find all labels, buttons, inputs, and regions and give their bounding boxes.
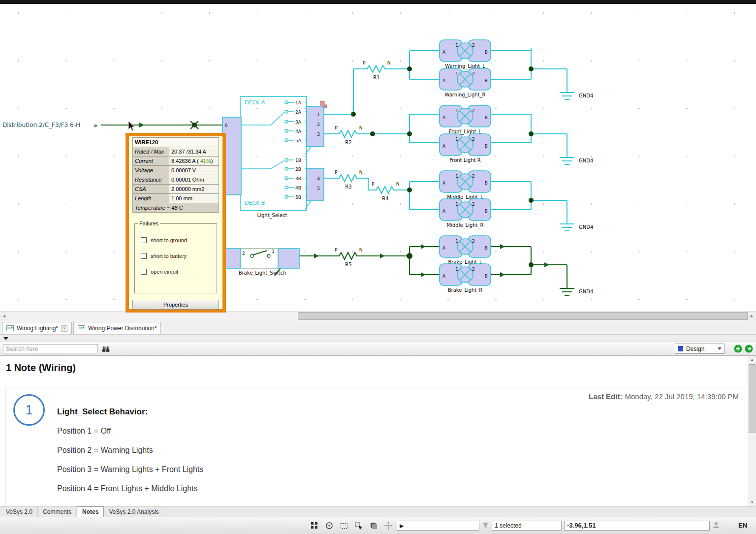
scrollbar-thumb[interactable]	[298, 312, 748, 320]
properties-button[interactable]: Properties	[132, 300, 219, 310]
tab-vesys-20[interactable]: VeSys 2.0	[1, 506, 38, 517]
tab-close-icon[interactable]: ×	[61, 325, 67, 332]
svg-text:1: 1	[272, 249, 275, 254]
checkbox-short-to-battery[interactable]: short to battery	[141, 253, 214, 259]
note-title: Light_Select Behavior:	[57, 407, 148, 417]
add-note-button[interactable]	[734, 345, 742, 353]
lamp-front-light-l[interactable]: A 1 2 B Front_Light_L	[440, 105, 491, 135]
svg-text:B: B	[485, 78, 488, 83]
svg-text:B: B	[485, 50, 488, 55]
lamp-brake-light-l[interactable]: A 1 2 B Brake_Light_L	[440, 236, 491, 265]
chevron-down-icon[interactable]	[715, 347, 722, 350]
resistor-r4[interactable]: P N R4	[372, 182, 399, 201]
tab-vesys-20-analysis[interactable]: VeSys 2.0 Analysis	[104, 506, 164, 517]
lamp-front-light-r[interactable]: A 1 2 B Front Light R	[440, 134, 491, 163]
svg-text:2A: 2A	[295, 110, 302, 115]
svg-text:B: B	[485, 246, 488, 251]
tab-comments[interactable]: Comments	[38, 506, 77, 517]
resistor-r5[interactable]: P N R5	[335, 248, 362, 267]
schematic-canvas[interactable]: Distribution:2/C_F3/F3 6-H » DECK A DECK…	[0, 0, 756, 311]
scroll-right-icon[interactable]: ►	[748, 312, 756, 320]
wire-tooltip: WIRE120 Rated / Max 20.37 /31.34 A Curre…	[126, 133, 226, 313]
go-to-note-button[interactable]	[745, 345, 753, 353]
svg-text:B: B	[485, 115, 488, 120]
marquee-select-icon[interactable]	[340, 521, 348, 530]
svg-text:A: A	[442, 50, 446, 55]
pan-crosshair-icon[interactable]	[384, 521, 393, 530]
offpage-connector-icon: »	[94, 122, 97, 129]
selection-count-field: 1 selected	[492, 521, 562, 531]
checkbox-icon[interactable]	[141, 253, 147, 259]
checkbox-short-to-ground[interactable]: short to ground	[141, 237, 214, 243]
tab-wiring-lighting[interactable]: Wiring:Lighting* ×	[2, 322, 72, 334]
note-number-badge: 1	[13, 394, 45, 426]
grid-align-icon[interactable]	[310, 521, 319, 530]
svg-text:5A: 5A	[295, 138, 302, 143]
svg-text:R3: R3	[345, 184, 351, 189]
lamp-warning-light-l[interactable]: A 1 2 B Warning_Light_L	[440, 40, 491, 69]
view-mode-dropdown[interactable]: Design	[675, 344, 724, 354]
lamp-middle-light-l[interactable]: A 1 2 B Middle_Light_L	[440, 171, 491, 200]
document-tab-bar: Wiring:Lighting* × Wiring:Power Distribu…	[0, 320, 756, 335]
svg-text:A: A	[442, 78, 446, 83]
svg-text:1: 1	[317, 112, 320, 117]
scroll-up-icon[interactable]: ▲	[748, 356, 756, 363]
wire-properties-table: WIRE120 Rated / Max 20.37 /31.34 A Curre…	[132, 137, 219, 213]
notes-vertical-scrollbar[interactable]: ▲ ▼	[748, 356, 756, 506]
resistor-r2[interactable]: P N R2	[335, 126, 362, 145]
checkbox-open-circuit[interactable]: open circuit	[141, 269, 214, 275]
search-input[interactable]	[3, 344, 98, 353]
filter-icon[interactable]	[481, 522, 490, 530]
scrollbar-thumb[interactable]	[749, 364, 756, 433]
note-card[interactable]: Last Edit:Monday, 22 Jul 2019, 14:39:00 …	[5, 387, 745, 506]
layers-icon[interactable]	[369, 521, 378, 530]
tab-wiring-power-distribution[interactable]: Wiring:Power Distribution*	[73, 322, 161, 334]
target-view-icon[interactable]	[325, 521, 334, 530]
select-cursor-icon[interactable]	[354, 521, 363, 530]
user-icon[interactable]	[712, 521, 720, 529]
ground-gnd4-1[interactable]: GND4	[560, 69, 593, 99]
ground-gnd4-4[interactable]: GND4	[560, 265, 593, 295]
lamp-brake-light-r[interactable]: A 1 2 B Brake_Light_R	[440, 264, 491, 293]
svg-text:Warning_Light_R: Warning_Light_R	[444, 92, 485, 98]
svg-text:N: N	[359, 126, 363, 130]
svg-text:Front Light R: Front Light R	[449, 157, 481, 163]
scroll-left-icon[interactable]: ◄	[0, 312, 8, 320]
svg-text:P: P	[335, 126, 338, 130]
schematic-icon	[78, 325, 85, 331]
svg-text:GND4: GND4	[579, 289, 593, 294]
checkbox-icon[interactable]	[141, 269, 147, 275]
checkbox-icon[interactable]	[141, 237, 147, 243]
svg-text:1: 1	[455, 108, 458, 113]
resistor-r3[interactable]: P N R3	[335, 170, 362, 189]
svg-text:3B: 3B	[295, 176, 301, 181]
mouse-cursor-icon	[128, 121, 134, 131]
panel-splitter[interactable]	[0, 335, 756, 342]
language-indicator[interactable]: EN	[738, 522, 747, 529]
current-percent: 41%	[200, 158, 211, 164]
svg-text:B: B	[485, 209, 488, 214]
svg-text:P: P	[372, 182, 375, 187]
distribution-net-label[interactable]: Distribution:2/C_F3/F3 6-H	[2, 122, 80, 128]
svg-text:2: 2	[472, 43, 475, 48]
svg-text:R1: R1	[373, 75, 379, 80]
lamp-warning-light-r[interactable]: A 1 2 B Warning_Light_R	[440, 68, 491, 98]
svg-text:N: N	[359, 248, 363, 252]
lamp-middle-light-r[interactable]: A 1 2 B Middle_Light_R	[440, 199, 491, 228]
selection-handle[interactable]	[324, 105, 327, 108]
tab-notes[interactable]: Notes	[77, 506, 104, 517]
simulation-run-box[interactable]: ▶	[397, 521, 479, 531]
light-select-component[interactable]: DECK A DECK B 6 1A 2A 3A 4A 5A 1B 2B 3B …	[220, 96, 327, 219]
scroll-down-icon[interactable]: ▼	[748, 499, 756, 506]
ground-gnd4-3[interactable]: GND4	[560, 200, 593, 231]
notes-panel: 1 Note (Wiring) Last Edit:Monday, 22 Jul…	[0, 356, 756, 506]
play-icon[interactable]: ▶	[400, 523, 404, 529]
find-icon[interactable]	[101, 345, 110, 353]
splitter-collapse-icon[interactable]	[3, 337, 8, 340]
resistor-r1[interactable]: P N R1	[363, 61, 390, 80]
canvas-horizontal-scrollbar[interactable]: ◄ ►	[0, 311, 756, 320]
failures-title: Failures	[138, 220, 160, 226]
svg-text:1B: 1B	[295, 158, 301, 163]
ground-gnd4-2[interactable]: GND4	[560, 134, 593, 164]
brake-light-switch-component[interactable]: 2 1 Brake_Light_Switch	[225, 249, 299, 276]
